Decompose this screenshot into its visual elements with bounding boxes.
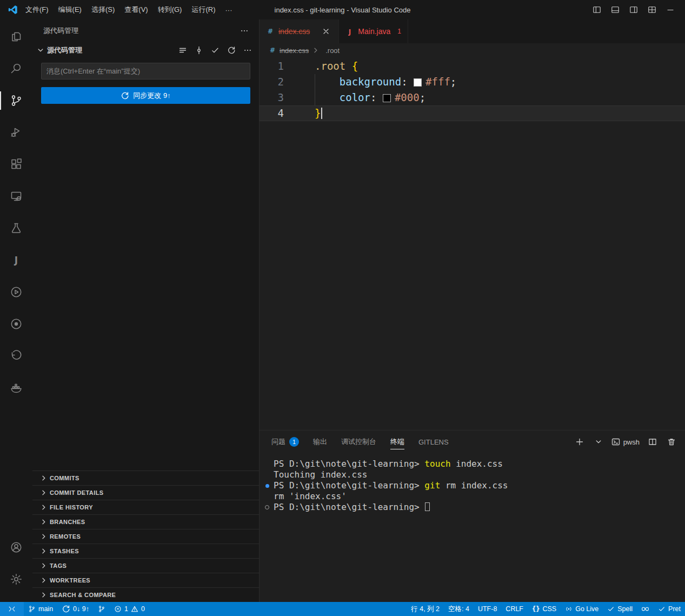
cursor-position-label: 行 4, 列 2 — [411, 605, 440, 614]
line-number[interactable]: 1 — [260, 58, 297, 74]
cursor-position-status[interactable]: 行 4, 列 2 — [407, 602, 444, 616]
copilot-status[interactable] — [637, 602, 654, 616]
status-bar: main 0↓ 9↑ 1 0 行 4, 列 2 空格: 4 UTF-8 CRLF — [0, 602, 685, 616]
language-mode-status[interactable]: {} CSS — [528, 602, 561, 616]
panel-tab-output[interactable]: 输出 — [313, 430, 327, 453]
terminal-tab-pwsh[interactable]: pwsh — [611, 438, 640, 446]
encoding-label: UTF-8 — [478, 605, 497, 613]
activity-remote-explorer[interactable] — [0, 183, 32, 209]
list-flat-button[interactable] — [177, 44, 189, 56]
more-button[interactable] — [242, 44, 254, 56]
line-number[interactable]: 3 — [260, 90, 297, 105]
kill-terminal-button[interactable] — [666, 436, 677, 448]
layout-panel-button[interactable] — [606, 0, 624, 19]
branch-status[interactable]: main — [24, 602, 57, 616]
source-control-section-header[interactable]: 源代码管理 — [32, 42, 259, 58]
indentation-status[interactable]: 空格: 4 — [444, 602, 474, 616]
menu-more[interactable]: ··· — [220, 2, 237, 17]
panel-tab-terminal[interactable]: 终端 — [390, 430, 404, 453]
activity-settings[interactable] — [0, 566, 32, 592]
panel-tab-gitlens[interactable]: GITLENS — [418, 430, 449, 453]
menu-file[interactable]: 文件(F) — [21, 2, 54, 17]
layout-sidebar-left-button[interactable] — [588, 0, 606, 19]
eol-status[interactable]: CRLF — [501, 602, 528, 616]
color-swatch[interactable] — [383, 94, 391, 102]
terminal[interactable]: PS D:\git\note\git-learning> touch index… — [260, 453, 685, 602]
chevron-right-icon — [39, 591, 48, 599]
layout-grid-button[interactable] — [643, 0, 661, 19]
sidebar-header: 源代码管理 — [32, 19, 259, 42]
commit-message-input[interactable] — [41, 63, 250, 80]
activity-docker[interactable] — [0, 375, 32, 401]
view-remotes[interactable]: REMOTES — [32, 529, 259, 544]
tab-index-css[interactable]: #index.css — [260, 19, 339, 43]
activity-run-debug[interactable] — [0, 120, 32, 145]
encoding-status[interactable]: UTF-8 — [474, 602, 501, 616]
code-line-4[interactable]: 4} — [260, 105, 685, 121]
view-worktrees[interactable]: WORKTREES — [32, 573, 259, 587]
split-terminal-button[interactable] — [647, 436, 659, 448]
new-terminal-button[interactable] — [574, 436, 586, 448]
activity-play-circle[interactable] — [0, 279, 32, 305]
panel-tab-debug-console[interactable]: 调试控制台 — [341, 430, 376, 453]
spell-status[interactable]: Spell — [603, 602, 637, 616]
line-number[interactable]: 4 — [260, 105, 297, 121]
menu-selection[interactable]: 选择(S) — [87, 2, 119, 17]
explorer-icon — [10, 30, 23, 43]
refresh-button[interactable] — [225, 44, 237, 56]
code-line-1[interactable]: 1.root { — [260, 58, 685, 74]
menu-view[interactable]: 查看(V) — [119, 2, 152, 17]
source-control-status[interactable] — [94, 602, 110, 616]
activity-jupyter[interactable]: J — [0, 247, 32, 273]
activity-extensions[interactable] — [0, 151, 32, 177]
activity-search[interactable] — [0, 56, 32, 82]
check-button[interactable] — [209, 44, 221, 56]
menu-goto[interactable]: 转到(G) — [153, 2, 187, 17]
tab-main-java[interactable]: JMain.java1 — [339, 19, 408, 43]
panel-tab-problems[interactable]: 问题1 — [271, 430, 299, 453]
view-commit-details[interactable]: COMMIT DETAILS — [32, 485, 259, 500]
activity-source-control[interactable] — [0, 88, 32, 114]
view-label: COMMITS — [50, 475, 79, 481]
indent-guide — [315, 90, 315, 105]
activity-account[interactable] — [0, 534, 32, 560]
view-label: TAGS — [50, 562, 66, 569]
activity-history-undo[interactable] — [0, 343, 32, 369]
activity-explorer[interactable] — [0, 24, 32, 50]
commit-graph-button[interactable] — [193, 44, 205, 56]
code-line-2[interactable]: 2 background: #fff; — [260, 74, 685, 90]
command-success-decoration[interactable] — [265, 484, 269, 488]
color-swatch[interactable] — [414, 78, 422, 87]
chevron-right-icon — [39, 474, 48, 482]
go-live-status[interactable]: Go Live — [561, 602, 603, 616]
chevron-down-icon[interactable] — [35, 44, 46, 56]
sync-status[interactable]: 0↓ 9↑ — [57, 602, 94, 616]
breadcrumb-file[interactable]: index.css — [280, 47, 309, 55]
remote-indicator[interactable] — [0, 602, 24, 616]
view-commits[interactable]: COMMITS — [32, 471, 259, 485]
problems-status[interactable]: 1 0 — [110, 602, 149, 616]
layout-sidebar-left-icon — [593, 5, 601, 14]
sync-changes-button[interactable]: 同步更改 9↑ — [41, 87, 250, 104]
layout-sidebar-right-button[interactable] — [624, 0, 643, 19]
close-icon[interactable] — [320, 25, 332, 37]
more-actions-icon[interactable] — [238, 25, 250, 37]
activity-testing[interactable] — [0, 215, 32, 241]
command-pending-decoration[interactable] — [265, 505, 269, 509]
terminal-profile-dropdown[interactable] — [593, 436, 604, 448]
line-number[interactable]: 2 — [260, 74, 297, 90]
view-label: BRANCHES — [50, 519, 85, 525]
view-file-history[interactable]: FILE HISTORY — [32, 500, 259, 514]
formatter-status[interactable]: Pret — [654, 602, 685, 616]
menu-run[interactable]: 运行(R) — [187, 2, 220, 17]
activity-record-target[interactable] — [0, 311, 32, 337]
view-tags[interactable]: TAGS — [32, 558, 259, 573]
view-stashes[interactable]: STASHES — [32, 544, 259, 558]
breadcrumb-symbol[interactable]: .root — [325, 47, 340, 55]
menu-edit[interactable]: 编辑(E) — [54, 2, 87, 17]
editor[interactable]: 1.root {2 background: #fff;3 color: #000… — [260, 57, 685, 430]
view-branches[interactable]: BRANCHES — [32, 514, 259, 529]
minimize-button[interactable] — [661, 0, 680, 19]
view-search-compare[interactable]: SEARCH & COMPARE — [32, 587, 259, 602]
code-line-3[interactable]: 3 color: #000; — [260, 90, 685, 105]
